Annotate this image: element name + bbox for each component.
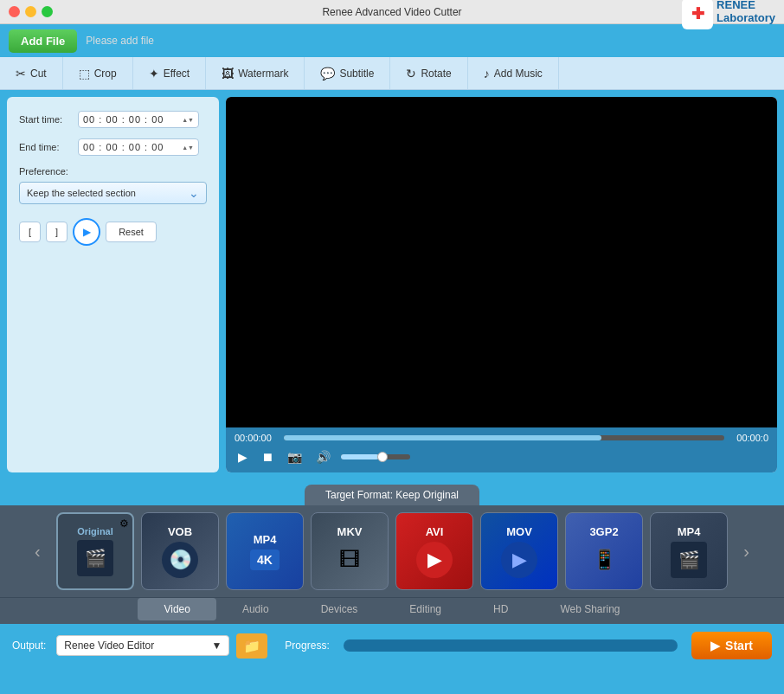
cut-icon: ✂: [16, 67, 26, 80]
tab-bar: ✂ Cut ⬚ Crop ✦ Effect 🖼 Watermark 💬 Subt…: [0, 57, 784, 90]
progress-label: Progress:: [285, 639, 329, 652]
logo-icon: ✚: [682, 0, 713, 29]
volume-slider[interactable]: [341, 454, 410, 459]
format-tab-devices[interactable]: Devices: [295, 598, 384, 620]
tab-crop[interactable]: ⬚ Crop: [63, 57, 133, 89]
gear-icon: ⚙: [119, 517, 129, 530]
start-icon: ▶: [710, 639, 720, 652]
video-progress-container: 00:00:00 00:00:0: [226, 427, 777, 445]
video-time-end: 00:00:0: [736, 433, 768, 443]
format-card-mkv[interactable]: MKV 🎞: [311, 512, 389, 590]
end-time-input[interactable]: 00 : 00 : 00 : 00 ▲▼: [78, 138, 199, 156]
format-prev-button[interactable]: ‹: [35, 542, 41, 562]
format-card-mov[interactable]: MOV ▶: [480, 512, 558, 590]
format-card-avi[interactable]: AVI ▶: [395, 512, 473, 590]
format-card-mp4-mobile[interactable]: MP4 🎬: [650, 512, 728, 590]
mark-out-button[interactable]: ]: [46, 222, 67, 242]
minimize-button[interactable]: [25, 6, 36, 17]
format-tab-web-sharing[interactable]: Web Sharing: [534, 598, 646, 620]
start-time-row: Start time: 00 : 00 : 00 : 00 ▲▼: [19, 111, 207, 128]
logo-text: RENEE Laboratory: [717, 0, 775, 24]
tab-cut[interactable]: ✂ Cut: [0, 57, 63, 89]
rotate-icon: ↻: [406, 67, 416, 80]
video-screen: [226, 97, 777, 427]
file-placeholder: Please add file: [86, 35, 775, 47]
play-preview-button[interactable]: ▶: [73, 218, 100, 246]
format-tab-audio[interactable]: Audio: [216, 598, 295, 620]
top-toolbar: Add File Please add file: [0, 24, 784, 57]
mark-in-button[interactable]: [: [19, 222, 41, 242]
format-card-3gp2[interactable]: 3GP2 📱: [565, 512, 643, 590]
output-select[interactable]: Renee Video Editor ▼: [56, 635, 229, 656]
effect-icon: ✦: [149, 67, 159, 80]
start-button[interactable]: ▶ Start: [691, 632, 772, 659]
close-button[interactable]: [9, 6, 20, 17]
end-time-arrows[interactable]: ▲▼: [182, 145, 194, 151]
format-section: ‹ ⚙ Original 🎬 VOB 💿 MP4 4K MKV 🎞: [0, 505, 784, 597]
output-select-arrow-icon: ▼: [211, 639, 222, 652]
format-card-mp4-4k[interactable]: MP4 4K: [226, 512, 304, 590]
end-time-row: End time: 00 : 00 : 00 : 00 ▲▼: [19, 138, 207, 156]
tab-subtitle[interactable]: 💬 Subtitle: [305, 57, 390, 89]
video-volume-button[interactable]: 🔊: [312, 448, 334, 466]
start-time-input[interactable]: 00 : 00 : 00 : 00 ▲▼: [78, 111, 199, 128]
bottom-bar: Output: Renee Video Editor ▼ 📁 Progress:…: [0, 624, 784, 667]
select-arrow-icon: ⌄: [189, 186, 199, 200]
format-card-vob[interactable]: VOB 💿: [141, 512, 219, 590]
left-panel: Start time: 00 : 00 : 00 : 00 ▲▼ End tim…: [7, 97, 219, 472]
main-area: Start time: 00 : 00 : 00 : 00 ▲▼ End tim…: [0, 90, 784, 479]
target-format-bar: Target Format: Keep Original: [0, 479, 784, 505]
maximize-button[interactable]: [42, 6, 53, 17]
video-play-button[interactable]: ▶: [235, 448, 251, 466]
browse-folder-button[interactable]: 📁: [236, 633, 267, 659]
app-title: Renee Advanced Video Cutter: [322, 6, 461, 18]
target-format-label: Target Format: Keep Original: [305, 485, 479, 505]
watermark-icon: 🖼: [222, 67, 234, 80]
video-progress-fill: [284, 435, 601, 440]
volume-knob: [377, 452, 388, 462]
video-snapshot-button[interactable]: 📷: [284, 448, 305, 466]
format-tab-editing[interactable]: Editing: [383, 598, 467, 620]
video-time-start: 00:00:00: [235, 433, 272, 443]
format-card-original[interactable]: ⚙ Original 🎬: [56, 512, 134, 590]
crop-icon: ⬚: [79, 67, 90, 80]
window-controls[interactable]: [9, 6, 53, 17]
subtitle-icon: 💬: [320, 67, 335, 80]
start-time-arrows[interactable]: ▲▼: [182, 117, 194, 123]
output-label: Output:: [12, 639, 46, 652]
music-icon: ♪: [484, 67, 490, 80]
start-time-label: Start time:: [19, 114, 71, 125]
video-progress-track[interactable]: [284, 435, 724, 440]
video-controls: ▶ ⏹ 📷 🔊: [226, 445, 777, 472]
tab-effect[interactable]: ✦ Effect: [133, 57, 206, 89]
reset-button[interactable]: Reset: [106, 222, 157, 242]
logo-area: ✚ RENEE Laboratory: [682, 0, 775, 29]
playback-controls: [ ] ▶ Reset: [19, 218, 207, 246]
format-tabs: Video Audio Devices Editing HD Web Shari…: [0, 597, 784, 624]
time-display: 00:00:00 00:00:0: [235, 433, 768, 443]
tab-add-music[interactable]: ♪ Add Music: [468, 57, 559, 89]
tab-rotate[interactable]: ↻ Rotate: [390, 57, 467, 89]
format-tab-video[interactable]: Video: [138, 598, 215, 620]
preference-label: Preference:: [19, 166, 207, 177]
preference-select[interactable]: Keep the selected section ⌄: [19, 182, 207, 204]
title-bar: Renee Advanced Video Cutter ✚ RENEE Labo…: [0, 0, 784, 24]
progress-bar: [344, 639, 678, 652]
add-file-button[interactable]: Add File: [9, 29, 77, 53]
end-time-label: End time:: [19, 142, 71, 152]
tab-watermark[interactable]: 🖼 Watermark: [206, 57, 305, 89]
video-panel: 00:00:00 00:00:0 ▶ ⏹ 📷 🔊: [226, 97, 777, 472]
video-stop-button[interactable]: ⏹: [258, 448, 277, 466]
format-next-button[interactable]: ›: [743, 542, 749, 562]
format-icons: ⚙ Original 🎬 VOB 💿 MP4 4K MKV 🎞 AVI: [51, 512, 734, 590]
folder-icon: 📁: [243, 639, 260, 653]
volume-fill: [341, 454, 379, 459]
format-tab-hd[interactable]: HD: [467, 598, 534, 620]
play-icon: ▶: [83, 226, 91, 238]
